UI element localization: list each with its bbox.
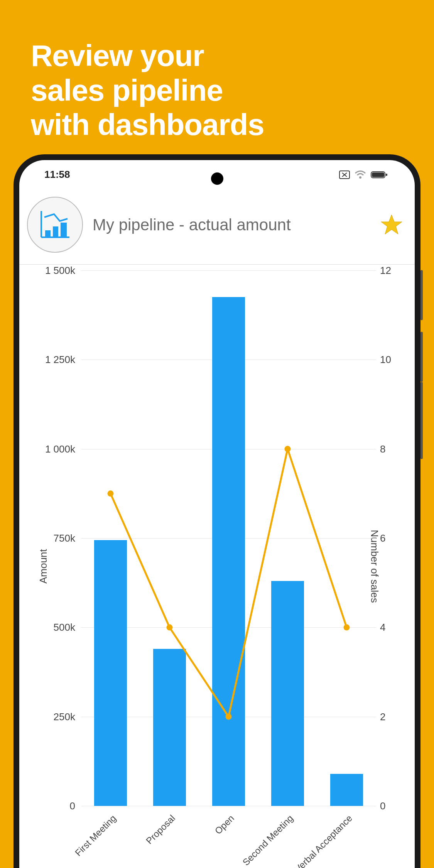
svg-rect-8 (53, 226, 58, 237)
y-right-tick: 6 (380, 532, 407, 544)
y-left-tick: 1 250k (25, 354, 75, 366)
gridline (81, 806, 376, 806)
dashboard-titlebar: My pipeline - actual amount (19, 189, 415, 265)
y-left-tick: 1 500k (25, 265, 75, 277)
svg-point-1 (359, 176, 361, 179)
phone-side-button (420, 382, 423, 459)
line-series (81, 270, 376, 806)
svg-rect-9 (61, 223, 67, 237)
y-right-tick: 2 (380, 711, 407, 723)
phone-screen: 11:58 (19, 160, 415, 868)
status-time: 11:58 (44, 169, 70, 181)
line-point[interactable] (226, 714, 232, 720)
svg-rect-7 (45, 230, 51, 237)
plot-region: 00250k2500k4750k61 000k81 250k101 500k12… (81, 270, 376, 806)
pipeline-chart[interactable]: Amount Number of sales 00250k2500k4750k6… (19, 265, 415, 868)
y-left-tick: 0 (25, 800, 75, 812)
x-category-label: First Meeting (56, 813, 118, 868)
phone-side-button (420, 332, 423, 382)
x-category-label: Proposal (115, 813, 177, 868)
camera-notch-icon (211, 172, 223, 185)
y-left-tick: 1 000k (25, 443, 75, 455)
y-right-tick: 12 (380, 265, 407, 277)
phone-frame: 11:58 (14, 154, 420, 868)
y-left-tick: 250k (25, 711, 75, 723)
no-sim-icon (339, 171, 350, 179)
svg-rect-3 (372, 172, 384, 177)
y-left-tick: 750k (25, 532, 75, 544)
marketing-headline: Review yoursales pipelinewith dashboards (31, 39, 264, 142)
svg-rect-4 (386, 174, 387, 176)
y-axis-left-label: Amount (37, 549, 49, 584)
x-category-label: Open (174, 813, 236, 868)
y-right-tick: 4 (380, 621, 407, 633)
line-point[interactable] (285, 446, 291, 452)
chart-icon (27, 197, 83, 253)
y-right-tick: 0 (380, 800, 407, 812)
y-right-tick: 10 (380, 354, 407, 366)
line-point[interactable] (344, 624, 350, 630)
line-point[interactable] (167, 624, 173, 630)
phone-side-button (420, 270, 423, 320)
wifi-icon (355, 171, 366, 179)
battery-icon (371, 171, 388, 179)
x-category-label: Second Meeting (233, 813, 295, 868)
x-category-label: Verbal Acceptance (292, 813, 354, 868)
svg-marker-10 (381, 215, 402, 234)
y-right-tick: 8 (380, 443, 407, 455)
favorite-star-icon[interactable] (380, 213, 403, 236)
y-left-tick: 500k (25, 621, 75, 633)
dashboard-title: My pipeline - actual amount (93, 216, 380, 234)
line-point[interactable] (108, 490, 114, 496)
